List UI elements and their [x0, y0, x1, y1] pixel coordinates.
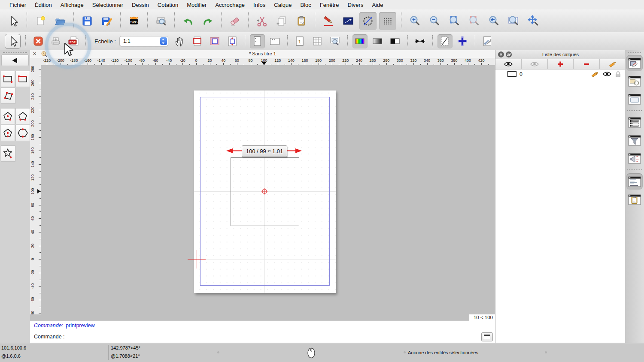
new-document-button[interactable] [32, 12, 49, 30]
menu-affichage[interactable]: Affichage [56, 2, 88, 8]
menu-divers[interactable]: Divers [343, 2, 368, 8]
menu-edition[interactable]: Édition [30, 2, 56, 8]
menu-cotation[interactable]: Cotation [153, 2, 182, 8]
menu-fichier[interactable]: Fichier [5, 2, 30, 8]
pencil-orange-icon[interactable] [591, 70, 599, 78]
stepper-icon[interactable] [160, 37, 167, 45]
orientation-portrait-button[interactable] [250, 34, 265, 48]
dock-pen-settings-button[interactable] [626, 55, 643, 71]
rectangle-2-corners-button[interactable] [1, 71, 15, 87]
export-svg-button[interactable]: SVG [125, 12, 143, 30]
select-tool-button[interactable] [5, 12, 22, 30]
open-document-button[interactable] [52, 12, 69, 30]
zoom-page-button[interactable] [328, 34, 343, 48]
delete-entities-button[interactable] [226, 12, 243, 30]
command-detach-button[interactable] [481, 332, 493, 341]
print-preview-button[interactable] [152, 12, 170, 30]
zoom-out-button[interactable] [426, 12, 443, 30]
undo-button[interactable] [179, 12, 197, 30]
menu-modifier[interactable]: Modifier [182, 2, 211, 8]
polygon-center-corner-button[interactable] [1, 108, 15, 124]
menu-infos[interactable]: Infos [249, 2, 270, 8]
hide-all-layers-button[interactable] [522, 59, 548, 69]
zoom-selected-button[interactable] [465, 12, 483, 30]
layer-color-swatch[interactable] [507, 71, 516, 77]
lock-icon[interactable] [615, 71, 621, 78]
draw-line-button[interactable] [320, 12, 337, 30]
export-pdf-button[interactable]: PDF [66, 34, 81, 48]
single-page-button[interactable]: 1 [292, 34, 307, 48]
palette-back-button[interactable] [1, 54, 29, 66]
rectangle-3-points-button[interactable] [1, 87, 15, 104]
print-button[interactable] [48, 34, 63, 48]
menu-aide[interactable]: Aide [368, 2, 387, 8]
dock-preview-window-button[interactable] [626, 91, 643, 107]
zoom-pan-button[interactable] [525, 12, 542, 30]
tiled-pages-button[interactable] [310, 34, 325, 48]
dock-block-list-button[interactable] [626, 73, 643, 89]
scale-select[interactable]: 1:1 [119, 36, 168, 46]
polygon-2-vertices-button[interactable] [15, 108, 30, 124]
layer-row[interactable]: 0 [495, 69, 626, 78]
ruler-label: 0 [30, 253, 35, 265]
orientation-landscape-button[interactable] [267, 34, 283, 48]
paper-settings-button[interactable] [207, 34, 222, 48]
show-all-layers-button[interactable] [495, 59, 522, 69]
close-print-preview-button[interactable] [30, 34, 46, 48]
draw-rectangle-button[interactable] [340, 12, 357, 30]
snap-grid-button[interactable] [379, 12, 396, 30]
panel-close-icon[interactable] [498, 51, 504, 57]
dock-command-window-button[interactable] [626, 173, 643, 190]
zoom-in-button[interactable] [406, 12, 423, 30]
polygon-side-button[interactable] [15, 125, 30, 141]
redo-button[interactable] [199, 12, 216, 30]
save-as-button[interactable] [98, 12, 115, 30]
print-color-icon [354, 35, 366, 47]
copy-button[interactable] [273, 12, 290, 30]
dock-library-browser-button[interactable] [626, 114, 643, 130]
preview-select-tool-button[interactable] [5, 34, 21, 49]
eye-icon[interactable] [602, 71, 612, 77]
rectangle-corner-button[interactable] [15, 71, 30, 87]
menu-fenetre[interactable]: Fenêtre [316, 2, 343, 8]
menu-bloc[interactable]: Bloc [296, 2, 315, 8]
add-layer-button[interactable] [548, 59, 574, 69]
drawing-canvas[interactable]: 100 / 99 ≈ 1.01 [41, 65, 495, 314]
menu-selectionner[interactable]: Sélectionner [88, 2, 128, 8]
draft-mode-button[interactable] [437, 34, 453, 48]
command-input[interactable]: Commande : [30, 330, 495, 343]
edit-layer-button[interactable] [600, 59, 626, 69]
preview-options-button[interactable] [480, 34, 495, 48]
zoom-previous-button[interactable] [485, 12, 502, 30]
draw-circle-button[interactable] [359, 12, 377, 30]
save-button[interactable] [79, 12, 96, 30]
fit-drawing-to-page-button[interactable] [190, 34, 205, 48]
print-color-button[interactable] [352, 34, 368, 48]
dock-clipboard-button[interactable] [626, 191, 643, 208]
zoom-auto-button[interactable] [446, 12, 463, 30]
polygon-center-tangent-button[interactable] [1, 125, 15, 141]
pan-page-button[interactable] [172, 34, 187, 48]
poly-center-icon [1, 110, 14, 123]
palette-grip[interactable] [3, 52, 27, 53]
cut-button[interactable] [253, 12, 270, 30]
center-on-page-button[interactable] [225, 34, 240, 48]
tiled-pages-icon [311, 35, 323, 47]
star-tool-button[interactable] [1, 145, 15, 162]
dock-entity-filter-button[interactable] [626, 132, 643, 148]
print-grayscale-button[interactable] [370, 34, 385, 48]
paste-button[interactable] [293, 12, 310, 30]
panel-float-icon[interactable] [506, 51, 512, 57]
dock-grip[interactable] [628, 52, 641, 53]
toggle-lineweights-button[interactable] [413, 34, 428, 48]
menu-calque[interactable]: Calque [270, 2, 296, 8]
ruler-label: -120 [111, 58, 118, 63]
menu-dessin[interactable]: Dessin [128, 2, 153, 8]
zoom-window-button[interactable] [505, 12, 522, 30]
show-crosses-button[interactable] [455, 34, 470, 48]
menu-accrochage[interactable]: Accrochage [211, 2, 249, 8]
status-dot [545, 351, 547, 353]
print-blackwhite-button[interactable] [388, 34, 403, 48]
dock-notifications-button[interactable] [626, 150, 643, 166]
remove-layer-button[interactable] [574, 59, 600, 69]
